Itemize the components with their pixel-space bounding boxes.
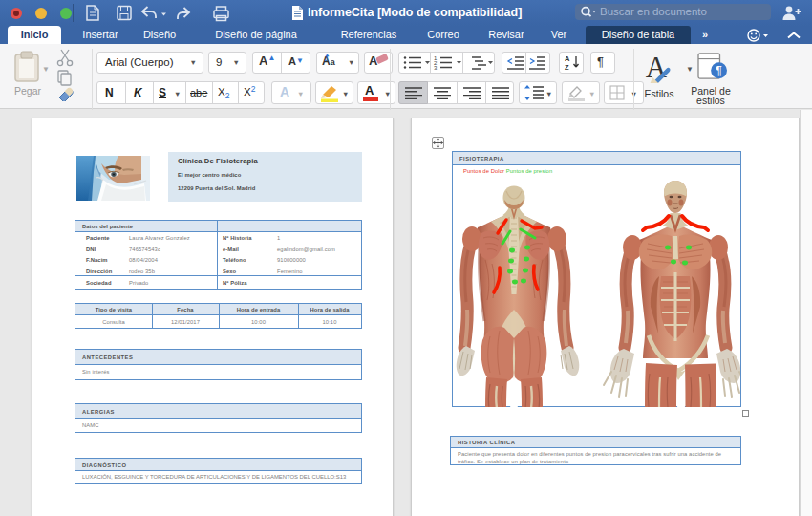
svg-text:A: A	[646, 51, 668, 83]
svg-text:¶: ¶	[716, 64, 722, 77]
svg-text:3: 3	[434, 65, 438, 71]
svg-text:A: A	[565, 54, 570, 63]
svg-text:Z: Z	[565, 63, 569, 71]
